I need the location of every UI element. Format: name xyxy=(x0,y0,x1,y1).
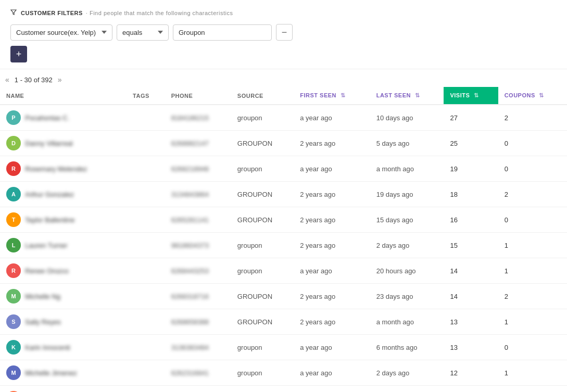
remove-filter-button[interactable]: − xyxy=(276,24,293,41)
cell-tags xyxy=(127,258,165,284)
table-row[interactable]: KKarin Innocenti3136383484groupona year … xyxy=(0,335,567,360)
col-first-seen[interactable]: FIRST SEEN ⇅ xyxy=(294,87,370,105)
col-name: NAME xyxy=(0,87,127,105)
cell-name: AArthur Gonzalez xyxy=(0,182,127,207)
customer-name[interactable]: Michelle Jimenez xyxy=(25,369,77,377)
pagination-prev-button[interactable]: « xyxy=(4,75,10,84)
cell-tags xyxy=(127,360,165,386)
cell-first-seen: a year ago xyxy=(294,105,370,131)
phone-number: 3134843864 xyxy=(171,191,209,198)
cell-last-seen: 2 days ago xyxy=(370,233,444,258)
cell-source: GROUPON xyxy=(231,131,294,156)
cell-name: RRenee Orozco xyxy=(0,258,127,284)
avatar: M xyxy=(6,365,21,380)
cell-coupons: 0 xyxy=(498,156,567,182)
customers-table: NAME TAGS PHONE SOURCE FIRST SEEN ⇅ xyxy=(0,87,567,392)
cell-name: LLauren Turner xyxy=(0,233,127,258)
cell-tags xyxy=(127,386,165,393)
plus-icon: + xyxy=(16,49,22,59)
table-row[interactable]: MMichelle Ng6268318716GROUPON2 years ago… xyxy=(0,284,567,309)
filters-description: · Find people that match the following c… xyxy=(86,10,233,16)
table-row[interactable]: LLauren Turner9818604373groupon2 years a… xyxy=(0,233,567,258)
first-seen-sort-icon: ⇅ xyxy=(341,92,346,99)
cell-last-seen: 11 days ago xyxy=(370,386,444,393)
cell-tags xyxy=(127,105,165,131)
col-visits[interactable]: VISITS ⇅ xyxy=(444,87,498,105)
filter-operator-select[interactable]: equals xyxy=(117,24,169,41)
cell-tags xyxy=(127,284,165,309)
cell-tags xyxy=(127,233,165,258)
customer-name[interactable]: Michelle Ng xyxy=(25,293,60,300)
cell-name: PPocahontas C. xyxy=(0,105,127,131)
cell-visits: 19 xyxy=(444,156,498,182)
phone-number: 6265281141 xyxy=(171,216,209,224)
cell-last-seen: 2 days ago xyxy=(370,360,444,386)
phone-number: 6268443253 xyxy=(171,267,209,275)
cell-source: GROUPON xyxy=(231,386,294,393)
cell-name: KKarin Innocenti xyxy=(0,335,127,360)
table-row[interactable]: MMichelle Jimenez6262316841groupona year… xyxy=(0,360,567,386)
customer-name[interactable]: Rosemary Melendez xyxy=(25,165,87,173)
col-last-seen[interactable]: LAST SEEN ⇅ xyxy=(370,87,444,105)
cell-visits: 25 xyxy=(444,131,498,156)
cell-source: groupon xyxy=(231,258,294,284)
cell-source: GROUPON xyxy=(231,182,294,207)
cell-tags xyxy=(127,156,165,182)
cell-first-seen: 2 years ago xyxy=(294,386,370,393)
customer-name[interactable]: Arthur Gonzalez xyxy=(25,191,74,198)
cell-first-seen: a year ago xyxy=(294,258,370,284)
cell-visits: 18 xyxy=(444,182,498,207)
cell-tags xyxy=(127,335,165,360)
cell-source: groupon xyxy=(231,105,294,131)
table-row[interactable]: DDanny Villarreal6268882147GROUPON2 year… xyxy=(0,131,567,156)
filter-source-select[interactable]: Customer source(ex. Yelp) xyxy=(10,24,112,41)
phone-number: 6268882147 xyxy=(171,140,209,147)
col-source: SOURCE xyxy=(231,87,294,105)
customer-name[interactable]: Pocahontas C. xyxy=(25,114,69,122)
cell-phone: 9818604373 xyxy=(165,233,231,258)
customer-name[interactable]: Karin Innocenti xyxy=(25,344,70,351)
cell-last-seen: 5 days ago xyxy=(370,131,444,156)
cell-coupons: 1 xyxy=(498,258,567,284)
cell-source: GROUPON xyxy=(231,309,294,335)
cell-coupons: 2 xyxy=(498,284,567,309)
cell-first-seen: a year ago xyxy=(294,360,370,386)
table-row[interactable]: RRosemary Melendez6268218948groupona yea… xyxy=(0,156,567,182)
table-row[interactable]: PPocahontas C.8184186215groupona year ag… xyxy=(0,105,567,131)
col-coupons[interactable]: COUPONS ⇅ xyxy=(498,87,567,105)
customer-name[interactable]: Lauren Turner xyxy=(25,242,68,249)
cell-source: groupon xyxy=(231,233,294,258)
customer-name[interactable]: Renee Orozco xyxy=(25,267,69,275)
table-row[interactable]: TTheresa Reyes8183517468GROUPON2 years a… xyxy=(0,386,567,393)
cell-tags xyxy=(127,207,165,233)
avatar: K xyxy=(6,340,21,355)
customer-name[interactable]: Danny Villarreal xyxy=(25,140,73,147)
cell-name: TTaylor Ballentine xyxy=(0,207,127,233)
cell-visits: 13 xyxy=(444,335,498,360)
cell-source: GROUPON xyxy=(231,207,294,233)
table-row[interactable]: SSally Reyes6268658388GROUPON2 years ago… xyxy=(0,309,567,335)
cell-first-seen: 2 years ago xyxy=(294,182,370,207)
cell-name: TTheresa Reyes xyxy=(0,386,127,393)
table-row[interactable]: AArthur Gonzalez3134843864GROUPON2 years… xyxy=(0,182,567,207)
avatar: R xyxy=(6,263,21,278)
table-row[interactable]: RRenee Orozco6268443253groupona year ago… xyxy=(0,258,567,284)
cell-visits: 12 xyxy=(444,386,498,393)
add-filter-button[interactable]: + xyxy=(10,46,27,62)
cell-phone: 6268318716 xyxy=(165,284,231,309)
cell-source: groupon xyxy=(231,360,294,386)
cell-phone: 6265281141 xyxy=(165,207,231,233)
cell-coupons: 0 xyxy=(498,131,567,156)
table-row[interactable]: TTaylor Ballentine6265281141GROUPON2 yea… xyxy=(0,207,567,233)
phone-number: 9818604373 xyxy=(171,242,209,249)
customer-name[interactable]: Taylor Ballentine xyxy=(25,216,74,224)
table-header-row: NAME TAGS PHONE SOURCE FIRST SEEN ⇅ xyxy=(0,87,567,105)
cell-visits: 27 xyxy=(444,105,498,131)
cell-source: GROUPON xyxy=(231,284,294,309)
filter-value-input[interactable] xyxy=(173,24,272,41)
cell-name: DDanny Villarreal xyxy=(0,131,127,156)
pagination-next-button[interactable]: » xyxy=(57,75,63,84)
phone-number: 6268658388 xyxy=(171,318,209,326)
customer-name[interactable]: Sally Reyes xyxy=(25,318,61,326)
cell-visits: 15 xyxy=(444,233,498,258)
